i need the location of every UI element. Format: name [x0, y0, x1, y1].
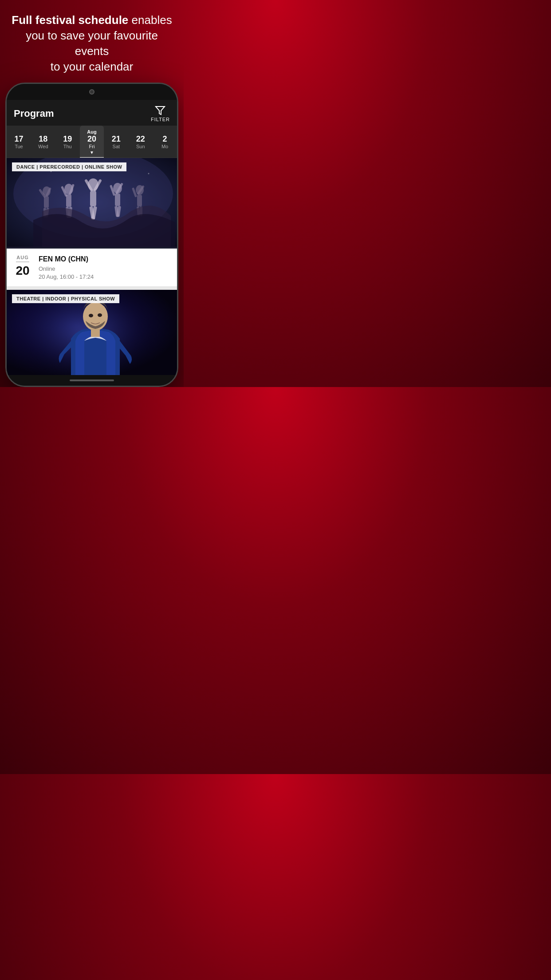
home-indicator	[70, 379, 114, 381]
phone-bottom-bar	[7, 375, 177, 386]
date-tab-22[interactable]: 22 Sun	[128, 126, 153, 158]
app-header: Program FILTER	[7, 100, 177, 126]
app-content: Program FILTER 17 Tue 18 Wed	[7, 100, 177, 375]
date-dayname: Fri	[89, 144, 95, 149]
date-dayname: Wed	[38, 144, 48, 149]
date-day: 17	[14, 134, 23, 144]
svg-point-35	[148, 173, 150, 174]
date-month	[67, 129, 68, 134]
event-tag-label-2: THEATRE | INDOOR | PHYSICAL SHOW	[12, 294, 119, 303]
event-day-1: 20	[16, 264, 29, 278]
event-month-1: AUG	[16, 255, 28, 260]
event-card-1[interactable]: DANCE | PRERECORDED | ONLINE SHOW	[7, 158, 177, 286]
phone-frame: Program FILTER 17 Tue 18 Wed	[5, 83, 178, 387]
hero-line3: to your calendar	[11, 59, 173, 75]
date-day: 21	[112, 134, 121, 144]
svg-rect-16	[115, 194, 120, 206]
hero-line1: Full festival schedule enables	[11, 12, 173, 28]
filter-label: FILTER	[151, 117, 170, 122]
svg-rect-22	[44, 196, 49, 208]
date-dayname: Tue	[15, 144, 23, 149]
date-month: Aug	[87, 129, 96, 134]
event-date-1: AUG 20	[14, 255, 31, 278]
svg-point-40	[89, 314, 93, 317]
date-month	[140, 129, 141, 134]
event-tag-2: THEATRE | INDOOR | PHYSICAL SHOW	[7, 290, 177, 375]
date-tab-18[interactable]: 18 Wed	[31, 126, 55, 158]
svg-rect-10	[66, 194, 71, 207]
date-day: 22	[136, 134, 145, 144]
phone-top-bar	[7, 84, 177, 100]
event-month-line-1	[16, 261, 29, 262]
event-details-1: FEN MO (CHN) Online 20 Aug, 16:00 - 17:2…	[39, 255, 170, 280]
filter-button[interactable]: FILTER	[151, 105, 170, 122]
hero-bold: Full festival schedule	[12, 13, 128, 27]
date-tab-17[interactable]: 17 Tue	[7, 126, 31, 158]
hero-normal-suffix: enables	[128, 13, 172, 27]
event-time-1: 20 Aug, 16:00 - 17:24	[39, 273, 170, 280]
svg-rect-4	[90, 191, 96, 206]
date-day: 20	[87, 134, 96, 144]
event-venue-1: Online	[39, 265, 170, 272]
date-month	[18, 129, 20, 134]
date-month	[115, 129, 117, 134]
date-tab-23[interactable]: 2 Mo	[153, 126, 177, 158]
hero-line2: you to save your favourite events	[11, 28, 173, 59]
date-day: 2	[163, 134, 167, 144]
svg-rect-42	[91, 329, 100, 337]
events-list: DANCE | PRERECORDED | ONLINE SHOW	[7, 158, 177, 375]
date-dayname: Mo	[161, 144, 168, 149]
date-dayname: Sat	[113, 144, 120, 149]
date-tab-20[interactable]: Aug 20 Fri ▼	[80, 126, 104, 158]
app-title: Program	[14, 108, 54, 119]
event-name-1: FEN MO (CHN)	[39, 255, 170, 263]
event-card-2[interactable]: THEATRE | INDOOR | PHYSICAL SHOW	[7, 290, 177, 375]
date-month	[164, 129, 165, 134]
event-tag-label-1: DANCE | PRERECORDED | ONLINE SHOW	[12, 162, 126, 171]
date-dayname: Sun	[136, 144, 145, 149]
svg-rect-28	[137, 195, 142, 206]
svg-marker-0	[156, 107, 165, 115]
hero-section: Full festival schedule enables you to sa…	[0, 0, 184, 83]
event-info-1: AUG 20 FEN MO (CHN) Online 20 Aug, 16:00…	[7, 249, 177, 286]
event-tag-1: DANCE | PRERECORDED | ONLINE SHOW	[7, 158, 177, 249]
date-month	[43, 129, 44, 134]
dance-event-image	[7, 158, 177, 247]
phone-camera	[89, 89, 94, 95]
date-tab-21[interactable]: 21 Sat	[104, 126, 128, 158]
date-tab-19[interactable]: 19 Thu	[55, 126, 80, 158]
date-dayname: Thu	[63, 144, 72, 149]
filter-icon	[155, 105, 165, 116]
chevron-down-icon: ▼	[90, 150, 94, 155]
svg-point-41	[98, 313, 102, 317]
date-day: 18	[39, 134, 47, 144]
date-tabs: 17 Tue 18 Wed 19 Thu Aug 20 Fri ▼	[7, 126, 177, 158]
date-day: 19	[63, 134, 72, 144]
